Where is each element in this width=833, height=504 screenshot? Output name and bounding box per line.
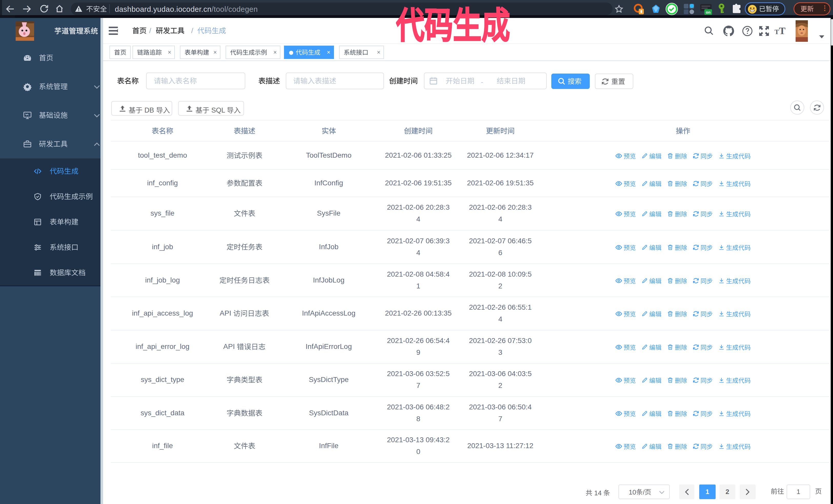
svg-text:on: on bbox=[706, 10, 711, 14]
